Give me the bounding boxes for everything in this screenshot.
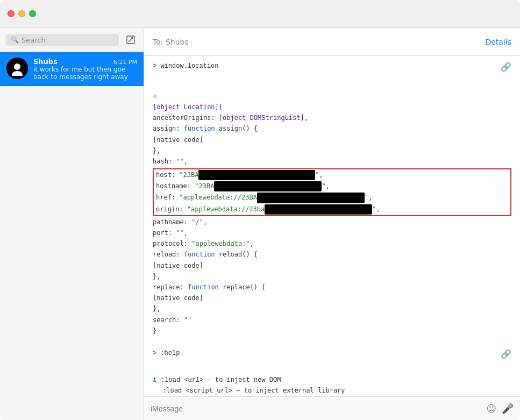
main-chat: To: Shubs Details > window.location 🔗 «: [144, 28, 520, 420]
conversation-content: Shubs 6:21 PM it works for me but then g…: [33, 58, 137, 81]
emoji-button[interactable]: ☺: [486, 403, 496, 414]
svg-line-1: [129, 38, 133, 42]
code-replace-close: },: [153, 305, 160, 312]
title-bar: [0, 0, 520, 28]
conv-header: Shubs 6:21 PM: [33, 58, 137, 66]
collapse-arrow: «: [153, 92, 157, 101]
help-command-text: :help: [160, 350, 180, 357]
message-block-window-location: > window.location 🔗: [153, 61, 511, 75]
code-reload-native: [native code]: [153, 262, 203, 269]
code-close-brace: }: [153, 327, 156, 334]
prompt-icon: >: [153, 62, 156, 70]
svg-point-2: [14, 63, 20, 70]
code-line-6: hash: "",: [153, 158, 188, 165]
info-text-1: :load <url> – to inject new DOM: [161, 375, 281, 386]
info-icon: i: [153, 375, 156, 386]
code-port-line: port: "",: [153, 229, 188, 237]
code-line-1: [object Location]{: [153, 103, 223, 111]
code-pathname-line: pathname: "/",: [153, 218, 207, 226]
code-hostname-line: hostname: "23BA ",: [154, 181, 510, 192]
to-label: To:: [153, 38, 166, 46]
code-replace-native: [native code]: [153, 294, 203, 302]
redacted-origin: [265, 204, 372, 215]
highlighted-redacted-block: host: "23BA ", hostname: "23BA ", href: …: [153, 168, 511, 216]
code-line-2: ancestorOrigins: [object DOMStringList],: [153, 114, 308, 122]
chat-header: To: Shubs Details: [144, 28, 520, 56]
message-input[interactable]: [151, 404, 486, 413]
code-host-line: host: "23BA ",: [154, 169, 510, 181]
command-line: > window.location: [153, 61, 218, 72]
fullscreen-button[interactable]: [29, 10, 36, 17]
chat-to: To: Shubs: [153, 38, 189, 46]
avatar-icon: [10, 61, 25, 76]
help-command-line: > :help: [153, 348, 180, 359]
search-icon: 🔍: [11, 36, 19, 44]
help-prompt-icon: >: [153, 350, 156, 357]
redacted-hostname: [214, 181, 322, 191]
chat-messages: > window.location 🔗 « [object Location]{…: [144, 56, 520, 396]
code-line-3: assign: function assign() {: [153, 125, 258, 132]
sidebar: 🔍 Search Shubs: [0, 28, 144, 420]
redacted-host: [198, 170, 315, 180]
close-button[interactable]: [8, 10, 15, 17]
avatar: [6, 58, 28, 79]
minimize-button[interactable]: [18, 10, 25, 17]
conv-time: 6:21 PM: [113, 59, 137, 66]
conversation-item-shubs[interactable]: Shubs 6:21 PM it works for me but then g…: [0, 52, 144, 86]
code-output-block: « [object Location]{ ancestorOrigins: [o…: [153, 88, 511, 339]
compose-button[interactable]: [123, 32, 138, 47]
code-line-4: [native code]: [153, 136, 203, 144]
code-reload-close: },: [153, 273, 160, 280]
compose-icon: [126, 35, 136, 45]
to-name: Shubs: [166, 38, 189, 46]
link-icon: 🔗: [501, 61, 511, 75]
redacted-href: [257, 193, 365, 203]
details-button[interactable]: Details: [485, 38, 511, 46]
code-replace-line: replace: function replace() {: [153, 283, 266, 291]
search-input-wrap[interactable]: 🔍 Search: [5, 34, 119, 46]
code-origin-line: origin: "applewebdata://23ba ",: [154, 204, 510, 215]
info-text-2: :load <script_url> – to inject external …: [153, 386, 511, 396]
code-reload-line: reload: function reload() {: [153, 251, 258, 258]
conv-preview-line1: it works for me but then goes ✕: [33, 66, 125, 73]
chat-input-bar: ☺ 🎤: [144, 396, 520, 420]
mic-button[interactable]: 🎤: [502, 403, 514, 414]
input-actions: ☺ 🎤: [486, 403, 514, 414]
traffic-lights: [0, 10, 44, 17]
conv-name: Shubs: [33, 58, 58, 66]
app-container: 🔍 Search Shubs: [0, 28, 520, 420]
info-block: i :load <url> – to inject new DOM :load …: [153, 375, 511, 396]
sidebar-search-bar: 🔍 Search: [0, 28, 144, 52]
code-line-5: },: [153, 147, 160, 154]
info-line-1: i :load <url> – to inject new DOM: [153, 375, 511, 386]
command-text: window.location: [160, 62, 218, 70]
conv-preview-line2: back to messages right away: [33, 73, 137, 81]
svg-point-3: [12, 71, 23, 76]
help-link-icon: 🔗: [501, 348, 511, 362]
code-href-line: href: "applewebdata://23BA ",: [154, 192, 510, 203]
message-block-help: > :help 🔗: [153, 348, 511, 362]
code-search-line: search: "": [153, 316, 191, 324]
code-protocol-line: protocol: "applewebdata:",: [153, 240, 254, 247]
search-input-placeholder: Search: [22, 36, 46, 44]
